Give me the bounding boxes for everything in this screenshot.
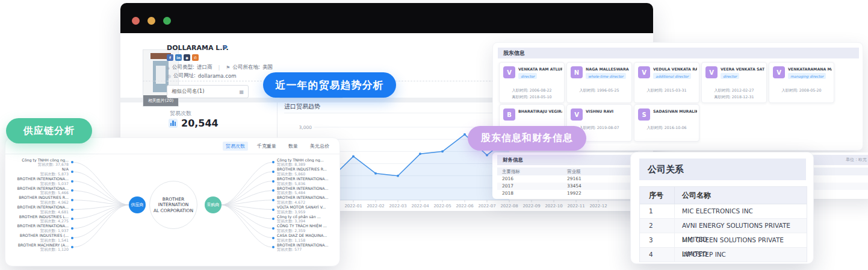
center-company-node[interactable]: BROTHER INTERNATION AL CORPORATION [149,181,197,229]
globe-icon: ◎ [167,74,171,79]
tab-数量[interactable]: 数量 [285,142,301,151]
buyer-dot [272,237,274,239]
similar-company-dropdown[interactable]: 相似公司名(1) ▦ [167,85,249,98]
supplier-item[interactable]: BROTHER INDUSTRIES L...贸易次数: 4,275 [10,215,69,224]
shareholder-card[interactable]: NNAGA MALLESWARA R...whole-time director… [566,62,632,103]
svg-text:2022-02: 2022-02 [367,204,384,209]
supplier-name: BROTHER INDUSTRIES R... [10,195,69,200]
financial-value: 29161 [567,175,581,183]
traffic-light-minimize[interactable] [147,17,155,25]
tenure-dates: 入职时间: 2016-10-06 [634,124,699,131]
role-badge: additional director [653,73,691,79]
buyer-node[interactable]: 采购商 [205,196,222,213]
shareholder-name: VISHNU RAVI [586,109,630,113]
shareholder-card[interactable]: SSADASIVAN MURALIKR...入职时间: 2016-10-06 [634,104,699,142]
supplier-item[interactable]: Công ty TNHH công ng...贸易次数: 37,678 [10,158,69,167]
linkedin-icon[interactable]: in [175,54,182,61]
buyer-item[interactable]: CÔNG TY TRÁCH NHIỆM ...贸易次数: 2,359 [277,224,338,233]
avatar: N [571,66,583,78]
join-date: 入职时间: 2016-10-06 [634,124,699,131]
company-website-value[interactable]: dollarama.com [198,73,237,79]
svg-text:2022-12: 2022-12 [589,204,607,209]
supplier-trade-count: 贸易次数: 1,937 [10,228,69,233]
shareholder-card[interactable]: VVENKATARAMANA MAG...managing director入职… [769,62,834,103]
relation-index: 3 [640,233,675,247]
supplier-trade-count: 贸易次数: 4,681 [10,210,69,215]
company-type-label: 公司类型: [172,64,194,71]
svg-text:2022-11: 2022-11 [567,204,584,209]
bar-chart-icon [169,119,178,128]
tenure-dates: 入职时间: 1996-05-25 [567,87,631,93]
buyer-item[interactable]: BROTHER INDUSTRIES R...贸易次数: 5,860 [277,167,338,176]
leave-date: 离职时间: 2018-12-31 [702,93,766,100]
relation-row[interactable]: 3MIC GREEN SOLUTIONS PRIVATE LIMITED [640,233,807,248]
buyer-name: CASA DIAZ DE MAQUINA... [277,233,338,238]
traffic-light-close[interactable] [132,17,140,25]
relation-row[interactable]: 4INFOSTEP INC [640,248,807,262]
join-date: 入职时间: 2015-03-31 [634,87,699,93]
supplier-item[interactable]: BROTHER INDUSTRIES (...贸易次数: 1,541 [10,233,69,242]
supplier-item[interactable]: BROTHER INTERNATIONA...贸易次数: 4,681 [10,205,69,214]
buyer-item[interactable]: Công ty cổ phần sản ...贸易次数: 3,394 [277,215,338,224]
relation-index: 4 [640,248,675,262]
buyer-item[interactable]: BROTHER INTERNATIONA...贸易次数: 5,484 [277,186,338,195]
shareholder-card[interactable]: VVEDULA VENKATA RAM...additional directo… [634,62,699,103]
traffic-light-maximize[interactable] [163,17,171,25]
supplier-item[interactable]: BROTHER INDUSTRIES R...贸易次数: 4,962 [10,195,69,204]
avatar: S [638,108,650,121]
shareholder-card[interactable]: VVENKATA RAM ATLURIdirector入职时间: 2006-08… [499,62,565,103]
supplier-node[interactable]: 供应商 [129,196,146,213]
contact-icon[interactable]: ✆ [192,54,199,61]
company-location-value: 美国 [262,64,273,71]
buyer-item[interactable]: BROTHER INTERNATIONA...贸易次数: 4,672 [277,195,338,204]
join-date: 入职时间: 2008-05-20 [769,87,834,93]
supplier-item[interactable]: BROTHER INTERNATIONA...贸易次数: 1,937 [10,224,69,233]
svg-text:3,000: 3,000 [299,125,312,130]
tenure-dates: 入职时间: 2012-02-27离职时间: 2018-12-31 [702,87,766,100]
relation-company-name: MIC ELECTRONICS INC [675,204,807,218]
buyer-item[interactable]: BROTHER INTERNATIONA...贸易次数: 577 [277,243,338,252]
trade-count-row: 20,544 [169,118,219,129]
refresh-icon[interactable]: ⟳ [223,44,228,51]
relation-index: 2 [640,219,675,233]
avatar: B [503,108,515,121]
app-icon[interactable]: ◆ [184,54,190,61]
buyer-item[interactable]: VOLTA MOTOR SANAYİ V...贸易次数: 3,959 [277,205,338,214]
tab-贸易次数[interactable]: 贸易次数 [223,142,248,151]
supplier-name: BROTHER INTERNATIONA... [10,177,69,181]
supplier-dot [71,199,73,201]
supplier-item[interactable]: BROTHER MACHINERY (A...贸易次数: 1,120 [10,243,69,252]
divider: | [218,64,220,71]
center-company-line1: BROTHER INTERNATION [150,196,197,208]
svg-text:2022-04: 2022-04 [411,204,429,209]
supplier-item[interactable]: BROTHER INTERNATIONA...贸易次数: 5,466 [10,186,69,195]
supplier-trade-count: 贸易次数: 5,466 [10,190,69,195]
shareholder-card[interactable]: VVEERA VENKATA SATYA...director入职时间: 201… [701,62,767,103]
company-name: DOLLARAMA L.P. [167,44,229,52]
buyer-item[interactable]: BROTHER INTERNATIONA...贸易次数: 5,836 [277,177,338,186]
buyer-name: BROTHER INTERNATIONA... [277,186,338,191]
supplier-item[interactable]: BROTHER INTERNATIONA...贸易次数: 5,037 [10,177,69,186]
buyer-item[interactable]: CASA DIAZ DE MAQUINA...贸易次数: 1,158 [277,233,338,242]
buyer-trade-count: 贸易次数: 3,394 [277,219,338,224]
shareholder-name: VEDULA VENKATA RAM... [653,67,697,71]
calendar-icon: ▦ [239,89,244,95]
company-relations-card: 公司关系 序号 公司名称 1MIC ELECTRONICS INC2AVNI E… [630,152,814,264]
facebook-icon[interactable]: f [167,54,173,61]
financial-year: 2016 [497,175,567,183]
buyer-item[interactable]: Công ty TNHH công ng...贸易次数: 8,389 [277,158,338,167]
supplier-name: Công ty TNHH công ng... [10,158,69,163]
supplier-item[interactable]: N/A贸易次数: 5,873 [10,167,69,176]
shareholder-finance-badge: 股东信息和财务信息 [468,126,586,151]
supply-chain-badge: 供应链分析 [6,118,92,143]
social-icons-row: fin◆✆ [167,54,199,61]
supplier-trade-count: 贸易次数: 5,873 [10,172,69,177]
buyer-trade-count: 贸易次数: 4,672 [277,200,338,205]
buyer-dot [272,227,274,230]
tab-千克重量[interactable]: 千克重量 [254,142,279,151]
avatar: V [571,108,583,121]
supplier-dot [71,180,73,183]
relation-row[interactable]: 1MIC ELECTRONICS INC [640,204,807,219]
tab-美元总价[interactable]: 美元总价 [307,142,332,151]
relation-row[interactable]: 2AVNI ENERGY SOLUTIONS PRIVATE LIMITED [640,219,807,233]
